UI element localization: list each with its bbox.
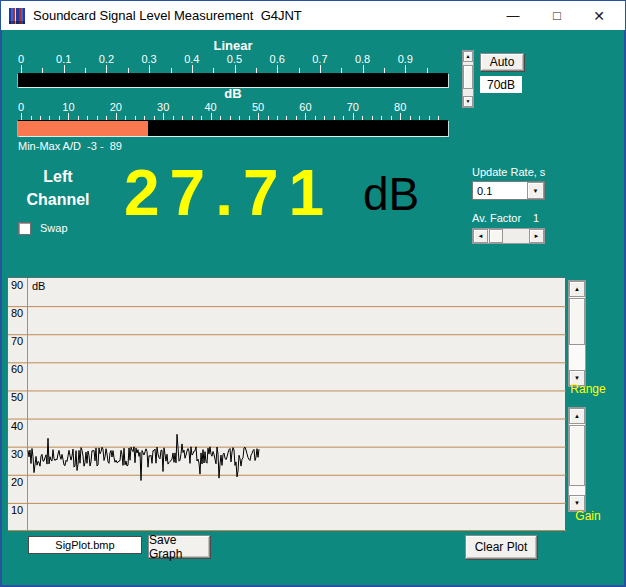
scale-tick-label: 0.2: [99, 53, 114, 65]
scale-tick-major: [106, 65, 107, 73]
scale-tick-label: 30: [157, 101, 169, 113]
close-icon: ✕: [593, 9, 605, 23]
scale-tick-label: 20: [110, 101, 122, 113]
scale-tick-label: 0.7: [312, 53, 327, 65]
scale-tick-major: [405, 65, 406, 73]
scale-tick-label: 0.1: [56, 53, 71, 65]
plot-y-tick-label: 20: [11, 476, 23, 488]
channel-label-bottom: Channel: [6, 188, 110, 211]
scale-tick-label: 0.3: [141, 53, 156, 65]
swap-checkbox-label: Swap: [40, 222, 68, 234]
meter-scale-scrollbar[interactable]: ▲ ▼: [462, 50, 474, 108]
update-rate-select[interactable]: 0.1 ▼: [472, 181, 545, 200]
plot-y-tick-label: 30: [11, 448, 23, 460]
update-rate-label: Update Rate, s: [472, 166, 545, 178]
scroll-up-icon[interactable]: ▲: [569, 408, 585, 424]
signal-plot: 908070605040302010 dB: [7, 277, 565, 530]
scale-tick-label: 0.5: [227, 53, 242, 65]
db-level-bar: [18, 120, 448, 136]
minimize-button[interactable]: —: [491, 1, 535, 30]
db-scale-title: dB: [18, 86, 448, 101]
scale-tick-major: [363, 65, 364, 73]
close-button[interactable]: ✕: [577, 1, 621, 30]
scale-tick-label: 40: [204, 101, 216, 113]
db-level-fill: [18, 121, 148, 136]
maximize-button[interactable]: □: [535, 1, 579, 30]
level-readout-value: 27.71: [124, 161, 334, 225]
scale-tick-major: [235, 65, 236, 73]
scrollbar-thumb[interactable]: [463, 65, 473, 89]
maximize-icon: □: [553, 9, 561, 22]
plot-y-tick-label: 50: [11, 391, 23, 403]
scale-tick-major: [64, 65, 65, 73]
signal-plot-canvas: [8, 278, 566, 531]
channel-label-top: Left: [6, 165, 110, 188]
plot-y-tick-label: 60: [11, 363, 23, 375]
scroll-up-icon[interactable]: ▲: [569, 281, 585, 297]
scale-tick-label: 10: [62, 101, 74, 113]
scale-tick-label: 80: [394, 101, 406, 113]
scale-tick-label: 0.8: [355, 53, 370, 65]
scale-tick-label: 0: [18, 101, 24, 113]
scale-tick-major: [21, 65, 22, 73]
plot-y-tick-label: 70: [11, 335, 23, 347]
linear-scale-title: Linear: [18, 38, 448, 53]
filename-input[interactable]: SigPlot.bmp: [28, 536, 142, 554]
gain-label: Gain: [561, 509, 615, 523]
scroll-up-icon[interactable]: ▲: [463, 51, 473, 62]
scale-tick-label: 70: [347, 101, 359, 113]
range-scrollbar[interactable]: ▲ ▼: [568, 280, 586, 387]
clear-plot-button[interactable]: Clear Plot: [465, 535, 537, 559]
linear-level-bar: [18, 73, 448, 87]
gain-scrollbar[interactable]: ▲ ▼: [568, 407, 586, 512]
scale-tick-label: 0.6: [270, 53, 285, 65]
range-scrollbar-thumb[interactable]: [569, 298, 585, 345]
scale-tick-major: [149, 65, 150, 73]
plot-y-tick-label: 80: [11, 307, 23, 319]
scroll-right-icon[interactable]: ►: [529, 229, 544, 243]
av-factor-value: 1: [533, 212, 539, 224]
av-factor-label: Av. Factor: [472, 212, 521, 224]
scale-tick-label: 60: [299, 101, 311, 113]
av-factor-scrollbar[interactable]: ◄ ►: [472, 228, 545, 244]
scale-tick-major: [192, 65, 193, 73]
signal-level-trace: [28, 434, 259, 480]
channel-label: Left Channel: [6, 165, 110, 211]
range-label: Range: [561, 382, 615, 396]
titlebar: Soundcard Signal Level Measurement G4JNT…: [1, 1, 625, 30]
scale-tick-label: 0.4: [184, 53, 199, 65]
save-graph-button[interactable]: Save Graph: [148, 535, 210, 558]
scroll-down-icon[interactable]: ▼: [463, 96, 473, 107]
scale-tick-major: [277, 65, 278, 73]
plot-y-tick-label: 90: [11, 279, 23, 291]
scrollbar-thumb[interactable]: [489, 229, 503, 243]
plot-y-tick-label: 40: [11, 420, 23, 432]
level-readout-unit: dB: [363, 171, 419, 217]
app-icon: [9, 8, 25, 24]
chevron-down-icon[interactable]: ▼: [527, 182, 544, 199]
minimize-icon: —: [507, 9, 520, 22]
plot-y-axis-unit: dB: [32, 280, 45, 292]
scale-tick-label: 0.9: [398, 53, 413, 65]
plot-y-tick-label: 10: [11, 504, 23, 516]
window-title: Soundcard Signal Level Measurement G4JNT: [33, 8, 302, 23]
update-rate-value: 0.1: [477, 185, 492, 197]
app-window: Soundcard Signal Level Measurement G4JNT…: [0, 0, 626, 587]
scale-tick-major: [320, 65, 321, 73]
minmax-ad-label: Min-Max A/D -3 - 89: [18, 140, 122, 152]
auto-button[interactable]: Auto: [480, 53, 524, 71]
gain-scrollbar-thumb[interactable]: [569, 425, 585, 486]
scale-tick-label: 0: [18, 53, 24, 65]
scroll-left-icon[interactable]: ◄: [473, 229, 488, 243]
70db-scale-label[interactable]: 70dB: [480, 76, 522, 93]
scale-tick-label: 50: [252, 101, 264, 113]
swap-checkbox[interactable]: [18, 222, 31, 235]
